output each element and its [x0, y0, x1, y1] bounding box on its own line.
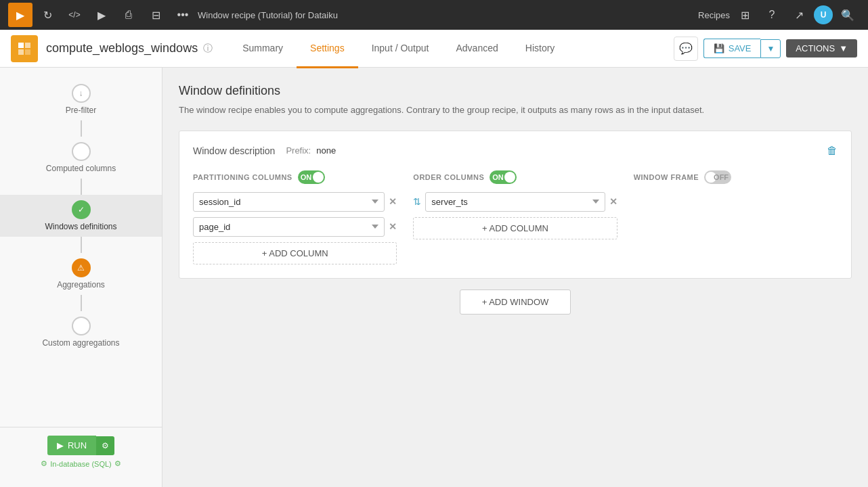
run-caret-button[interactable]: ⚙	[96, 436, 114, 455]
svg-rect-2	[18, 49, 24, 55]
columns-grid: PARTITIONING COLUMNS ON session_id ✕	[193, 170, 838, 264]
section-desc: The window recipe enables you to compute…	[179, 103, 852, 117]
partitioning-header: PARTITIONING COLUMNS ON	[193, 170, 397, 184]
tab-settings[interactable]: Settings	[297, 30, 358, 68]
delete-window-button[interactable]: 🗑	[827, 145, 838, 157]
run-button[interactable]: ▶ RUN	[47, 436, 96, 455]
save-icon: 💾	[714, 43, 724, 53]
save-btn-group: 💾 SAVE ▼	[703, 39, 781, 58]
remove-order-col-0-button[interactable]: ✕	[609, 196, 617, 207]
help-icon[interactable]: ?	[760, 3, 784, 27]
order-title: ORDER COLUMNS	[413, 173, 484, 181]
partitioning-toggle-track[interactable]: ON	[298, 170, 325, 184]
custom-aggregations-label: Custom aggregations	[42, 338, 119, 348]
sidebar-item-aggregations[interactable]: ⚠ Aggregations	[0, 253, 162, 295]
recipes-label: Recipes	[698, 10, 730, 20]
window-frame-toggle-track[interactable]: OFF	[704, 170, 731, 184]
db-icon: ⚙	[41, 459, 47, 468]
connector-1	[81, 120, 82, 137]
prefix-value: none	[316, 145, 336, 156]
right-icons: ⊞ ? ↗ U 🔍	[733, 3, 860, 27]
order-toggle-label: ON	[492, 173, 504, 181]
partitioning-toggle-label: ON	[301, 173, 312, 181]
svg-rect-0	[18, 43, 24, 48]
partition-col-row-1: page_id ✕	[193, 217, 397, 237]
db-settings-icon[interactable]: ⚙	[114, 459, 121, 468]
partitioning-toggle[interactable]: ON	[298, 170, 325, 184]
section-title: Window definitions	[179, 84, 852, 98]
partitioning-section: PARTITIONING COLUMNS ON session_id ✕	[193, 170, 397, 264]
save-button[interactable]: 💾 SAVE	[703, 39, 761, 58]
remove-partition-col-0-button[interactable]: ✕	[389, 196, 397, 207]
svg-rect-1	[25, 43, 30, 48]
tab-input-output[interactable]: Input / Output	[358, 30, 443, 68]
recipe-name: compute_weblogs_windows	[46, 41, 198, 55]
partition-col-select-0[interactable]: session_id	[193, 192, 385, 212]
prefix-group: Prefix: none	[286, 145, 336, 156]
search-icon[interactable]: 🔍	[836, 3, 860, 27]
partitioning-title: PARTITIONING COLUMNS	[193, 173, 292, 181]
window-card-header: Window description Prefix: none 🗑	[193, 145, 838, 157]
sidebar-item-pre-filter[interactable]: ↓ Pre-filter	[0, 78, 162, 120]
window-frame-section: WINDOW FRAME OFF	[634, 170, 838, 264]
sort-icon[interactable]: ⇅	[413, 196, 421, 207]
print-icon[interactable]: ⎙	[116, 3, 141, 27]
tab-summary[interactable]: Summary	[229, 30, 297, 68]
code-icon[interactable]: </>	[62, 3, 87, 27]
order-toggle-thumb	[504, 172, 515, 183]
add-partition-col-button[interactable]: + ADD COLUMN	[193, 242, 397, 264]
window-frame-toggle[interactable]: OFF	[704, 170, 731, 184]
tab-history[interactable]: History	[512, 30, 569, 68]
order-col-select-0[interactable]: server_ts	[425, 192, 605, 212]
flow-icon[interactable]: ▶	[8, 3, 32, 27]
window-frame-header: WINDOW FRAME OFF	[634, 170, 838, 184]
add-window-button[interactable]: + ADD WINDOW	[460, 289, 571, 315]
order-col-row-0: ⇅ server_ts ✕	[413, 192, 617, 212]
windows-definitions-node: ✓	[72, 200, 91, 219]
avatar[interactable]: U	[814, 5, 833, 24]
top-nav: ▶ ↻ </> ▶ ⎙ ⊟ ••• Window recipe (Tutoria…	[0, 0, 868, 30]
window-card: Window description Prefix: none 🗑 PARTIT…	[179, 131, 852, 279]
add-order-col-button[interactable]: + ADD COLUMN	[413, 217, 617, 239]
actions-button[interactable]: ACTIONS ▼	[786, 39, 857, 57]
run-btn-group: ▶ RUN ⚙	[47, 436, 114, 455]
sidebar: ↓ Pre-filter Computed columns ✓ Windows …	[0, 68, 162, 487]
aggregations-node: ⚠	[72, 258, 91, 277]
svg-rect-3	[25, 49, 30, 55]
run-play-icon: ▶	[57, 440, 64, 450]
brand-icon	[11, 35, 38, 62]
window-frame-title: WINDOW FRAME	[634, 173, 699, 181]
sidebar-item-windows-definitions[interactable]: ✓ Windows definitions	[0, 195, 162, 237]
order-section: ORDER COLUMNS ON ⇅ server_ts	[413, 170, 617, 264]
save-caret-button[interactable]: ▼	[760, 39, 781, 58]
computed-columns-node	[72, 142, 91, 161]
play-icon[interactable]: ▶	[89, 3, 114, 27]
info-icon[interactable]: ⓘ	[203, 43, 213, 55]
custom-aggregations-node	[72, 317, 91, 335]
secondary-nav: compute_weblogs_windows ⓘ Summary Settin…	[0, 30, 868, 68]
pre-filter-label: Pre-filter	[66, 106, 96, 115]
order-toggle[interactable]: ON	[490, 170, 517, 184]
tabs: Summary Settings Input / Output Advanced…	[229, 30, 568, 68]
partition-col-select-1[interactable]: page_id	[193, 217, 385, 237]
run-label: ⚙ In-database (SQL) ⚙	[41, 459, 121, 468]
windows-definitions-label: Windows definitions	[45, 222, 116, 231]
sidebar-item-computed-columns[interactable]: Computed columns	[0, 137, 162, 179]
window-frame-toggle-label: OFF	[714, 173, 729, 181]
sidebar-item-custom-aggregations[interactable]: Custom aggregations	[0, 311, 162, 353]
main-layout: ↓ Pre-filter Computed columns ✓ Windows …	[0, 68, 868, 487]
refresh-icon[interactable]: ↻	[35, 3, 60, 27]
connector-3	[81, 237, 82, 253]
order-toggle-track[interactable]: ON	[490, 170, 517, 184]
analytics-icon[interactable]: ↗	[787, 3, 811, 27]
more-icon[interactable]: •••	[171, 3, 195, 27]
remove-partition-col-1-button[interactable]: ✕	[389, 221, 397, 232]
computed-columns-label: Computed columns	[46, 164, 116, 173]
right-actions: 💬 💾 SAVE ▼ ACTIONS ▼	[674, 37, 857, 61]
chat-button[interactable]: 💬	[674, 37, 698, 61]
prefix-label: Prefix:	[286, 145, 311, 156]
apps-icon[interactable]: ⊞	[733, 3, 757, 27]
connector-2	[81, 179, 82, 195]
grid-icon[interactable]: ⊟	[144, 3, 168, 27]
tab-advanced[interactable]: Advanced	[442, 30, 511, 68]
